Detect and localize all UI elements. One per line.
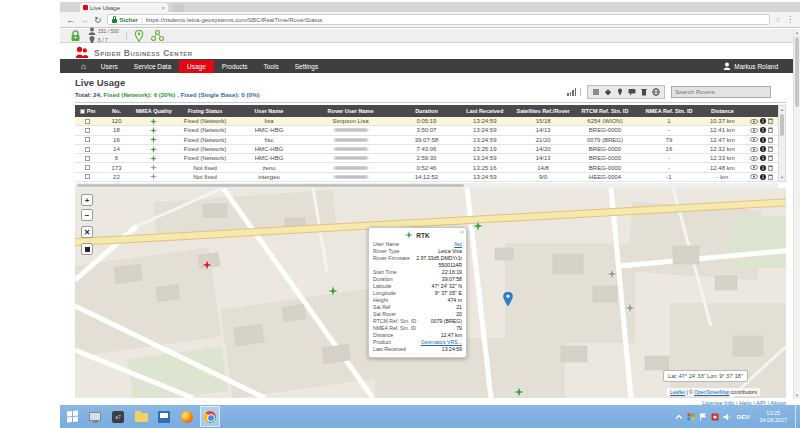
reference-station-pin[interactable] — [503, 292, 513, 310]
diamond-toggle-icon[interactable] — [604, 88, 612, 96]
tray-color-app-icon[interactable] — [687, 413, 695, 421]
nav-item[interactable]: Tools — [256, 60, 287, 73]
delete-trash-icon[interactable] — [768, 174, 773, 180]
view-eye-icon[interactable] — [750, 156, 758, 161]
page-scroll-thumb[interactable] — [795, 37, 799, 107]
taskbar-firefox-button[interactable] — [177, 406, 197, 427]
table-row[interactable]: 173 Not fixed zeno 0:52:46 13:25:16 14/8… — [75, 163, 778, 172]
row-checkbox[interactable] — [85, 174, 90, 179]
row-checkbox[interactable] — [85, 156, 90, 161]
pin-toggle-icon[interactable] — [616, 88, 624, 96]
user-menu[interactable]: Markus Roland — [723, 62, 778, 70]
view-eye-icon[interactable] — [750, 137, 758, 142]
osm-link[interactable]: OpenStreetMap — [694, 389, 729, 395]
taskbar-folder-button[interactable] — [131, 406, 151, 427]
table-row[interactable]: 120 Fixed (Network) lisa Simpson Lisa 0:… — [75, 117, 778, 126]
col-rtcm-id[interactable]: RTCM Ref. Stn. ID — [571, 108, 638, 114]
info-icon[interactable] — [760, 137, 766, 143]
map-pin-button-icon[interactable] — [134, 30, 144, 42]
rover-cross-marker[interactable] — [327, 285, 340, 298]
map-panel[interactable]: + − ✕ × RTK User Name fisc — [75, 188, 786, 398]
view-eye-icon[interactable] — [750, 119, 758, 124]
zoom-out-button[interactable]: − — [81, 209, 93, 221]
table-row[interactable]: 16 Fixed (Network) fisc 39:07:58 13:24:5… — [75, 136, 778, 145]
col-distance[interactable]: Distance — [699, 108, 745, 114]
info-icon[interactable] — [760, 165, 766, 171]
table-row[interactable]: 18 Fixed (Network) HMC-HBG 3:50:07 13:24… — [75, 126, 778, 135]
col-last-received[interactable]: Last Received — [455, 108, 515, 114]
table-vertical-scrollbar[interactable]: ▲ ▼ — [778, 105, 786, 182]
popup-close-icon[interactable]: × — [460, 229, 464, 235]
browser-tab[interactable]: Live Usage × — [80, 3, 168, 12]
page-scroll-down-icon[interactable]: ▼ — [794, 392, 800, 399]
info-icon[interactable] — [760, 155, 766, 161]
keyboard-language[interactable]: DEU — [735, 414, 752, 420]
nav-item[interactable]: Settings — [287, 60, 327, 73]
nav-item[interactable]: Products — [214, 60, 256, 73]
col-no[interactable]: No. — [100, 108, 132, 114]
view-eye-icon[interactable] — [750, 165, 758, 170]
rover-cross-marker[interactable] — [472, 220, 485, 233]
nav-item[interactable]: Usage — [179, 60, 214, 73]
extent-button[interactable] — [81, 243, 93, 255]
table-row[interactable]: 22 Not fixed intergeo 14:12:52 13:24:59 … — [75, 173, 778, 182]
col-user-name[interactable]: User Name — [235, 108, 302, 114]
info-icon[interactable] — [760, 118, 766, 124]
rover-cross-marker[interactable] — [606, 268, 619, 281]
row-checkbox[interactable] — [85, 119, 90, 124]
clear-selection-button[interactable]: ✕ — [81, 226, 93, 238]
scroll-up-icon[interactable]: ▲ — [779, 106, 785, 113]
new-tab-button[interactable] — [172, 4, 184, 12]
browser-menu-icon[interactable]: ⋮ — [786, 15, 794, 24]
view-eye-icon[interactable] — [750, 128, 758, 133]
nav-item[interactable]: Service Data — [126, 60, 179, 73]
taskbar-chrome-button[interactable] — [200, 406, 220, 427]
globe-toggle-icon[interactable] — [652, 88, 660, 96]
show-desktop-button[interactable] — [795, 405, 798, 428]
delete-trash-icon[interactable] — [768, 146, 773, 152]
tray-red-app-icon[interactable] — [711, 413, 719, 421]
taskbar-disk-app-button[interactable] — [154, 406, 174, 427]
bookmark-star-icon[interactable]: ☆ — [775, 16, 781, 24]
view-eye-icon[interactable] — [750, 174, 758, 179]
table-row[interactable]: 14 Fixed (Network) HMC-HBG 7:43:06 13:25… — [75, 145, 778, 154]
start-button[interactable] — [62, 406, 82, 427]
nav-item[interactable]: Users — [93, 60, 126, 73]
col-nmea-id[interactable]: NMEA Ref. Stn. ID — [639, 108, 699, 114]
info-icon[interactable] — [760, 146, 766, 152]
delete-trash-icon[interactable] — [768, 165, 773, 171]
row-checkbox[interactable] — [85, 165, 90, 170]
row-checkbox[interactable] — [85, 128, 90, 133]
col-rover-user-name[interactable]: Rover User Name — [303, 108, 399, 114]
info-icon[interactable] — [760, 174, 766, 180]
home-icon[interactable]: ⌂ — [75, 62, 92, 71]
volume-icon[interactable] — [723, 413, 731, 421]
page-scrollbar[interactable]: ▲ ▼ — [793, 29, 800, 399]
square-toggle-icon[interactable] — [592, 88, 600, 96]
scroll-down-icon[interactable]: ▼ — [779, 174, 785, 181]
rover-cross-marker[interactable] — [624, 302, 637, 315]
col-fixing-status[interactable]: Fixing Status — [175, 108, 235, 114]
clear-toggle-icon[interactable] — [640, 88, 648, 96]
forward-icon[interactable]: → — [80, 15, 89, 25]
page-scroll-up-icon[interactable]: ▲ — [794, 29, 800, 36]
row-checkbox[interactable] — [85, 137, 90, 142]
reload-icon[interactable]: ↻ — [94, 15, 102, 25]
select-all-checkbox[interactable] — [80, 109, 85, 114]
delete-trash-icon[interactable] — [768, 155, 773, 161]
signal-bars-icon[interactable] — [567, 88, 581, 96]
leaflet-link[interactable]: Leaflet — [670, 389, 685, 395]
rover-cross-marker[interactable] — [201, 259, 214, 272]
view-eye-icon[interactable] — [750, 147, 758, 152]
rover-cross-marker[interactable] — [513, 386, 526, 399]
info-icon[interactable] — [760, 127, 766, 133]
table-row[interactable]: 6 Fixed (Network) HMC-HBG 2:59:30 13:24:… — [75, 154, 778, 163]
zoom-in-button[interactable]: + — [81, 194, 93, 206]
label-toggle-icon[interactable] — [628, 88, 636, 96]
col-satellites[interactable]: Satellites Ref./Rover — [515, 108, 571, 114]
col-duration[interactable]: Duration — [398, 108, 454, 114]
network-nodes-icon[interactable] — [151, 30, 164, 41]
taskbar-clock[interactable]: 13:25 24.08.2017 — [755, 410, 791, 424]
delete-trash-icon[interactable] — [768, 127, 773, 133]
action-center-flag-icon[interactable] — [699, 413, 707, 421]
